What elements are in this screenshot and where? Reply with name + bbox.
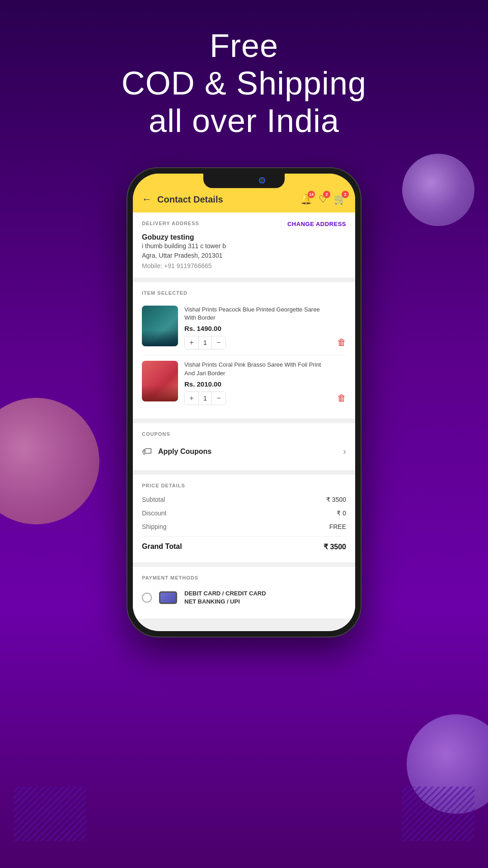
radio-button[interactable] [142,593,152,603]
subtotal-value: ₹ 3500 [326,496,346,503]
heart-badge: 2 [323,191,330,198]
address-name: Gobuzy testing [142,233,346,241]
page-title: Contact Details [157,194,295,205]
grand-total-value: ₹ 3500 [324,542,346,551]
phone-outer: ← Contact Details 🔔 14 ♡ 2 🛒 2 [127,167,361,637]
delivery-label: DELIVERY ADDRESS [142,221,199,226]
hero-line2: COD & Shipping [0,65,488,102]
item-details-1: Vishal Prints Peacock Blue Printed Georg… [184,306,331,349]
subtotal-label: Subtotal [142,496,165,503]
delete-item-1[interactable]: 🗑 [337,337,346,348]
address-line2: Agra, Uttar Pradesh, 201301 [142,251,346,260]
item-image-1 [142,306,178,346]
table-row: Vishal Prints Peacock Blue Printed Georg… [142,300,346,355]
deco-lines-left [14,787,86,841]
address-header: DELIVERY ADDRESS CHANGE ADDRESS [142,221,346,231]
address-mobile: Mobile: +91 9119766665 [142,262,346,269]
change-address-button[interactable]: CHANGE ADDRESS [287,221,346,227]
card-icon-inner [160,593,176,603]
coupons-section: COUPONS 🏷 Apply Coupons › [133,423,355,470]
discount-value: ₹ 0 [337,509,346,517]
wishlist-button[interactable]: ♡ 2 [319,193,328,205]
price-details-section: PRICE DETAILS Subtotal ₹ 3500 Discount ₹… [133,475,355,562]
header-icons: 🔔 14 ♡ 2 🛒 2 [300,193,346,205]
price-details-label: PRICE DETAILS [142,483,346,488]
qty-value-2: 1 [198,392,212,405]
back-button[interactable]: ← [142,193,152,205]
chevron-right-icon: › [343,446,346,457]
deco-lines-right [402,787,474,841]
item-actions-2: 🗑 [337,361,346,405]
card-icon [159,591,177,604]
bell-badge: 14 [308,191,315,198]
table-row: Vishal Prints Coral Pink Brasso Saree Wi… [142,355,346,410]
phone-screen: ← Contact Details 🔔 14 ♡ 2 🛒 2 [133,174,355,631]
hero-line3: all over India [0,102,488,140]
item-image-2 [142,361,178,401]
coupon-apply-label: Apply Coupons [158,448,337,456]
cart-button[interactable]: 🛒 2 [334,193,346,205]
phone-mockup: ← Contact Details 🔔 14 ♡ 2 🛒 2 [127,167,361,637]
phone-camera [259,177,265,184]
qty-decrease-2[interactable]: + [185,392,198,405]
payment-method-row[interactable]: DEBIT CARD / CREDIT CARDNET BANKING / UP… [142,585,346,610]
qty-increase-1[interactable]: − [212,336,225,349]
payment-method-label: DEBIT CARD / CREDIT CARDNET BANKING / UP… [184,590,266,606]
apply-coupons-row[interactable]: 🏷 Apply Coupons › [142,441,346,462]
item-name-1: Vishal Prints Peacock Blue Printed Georg… [184,306,331,322]
phone-notch [203,174,285,188]
price-divider [142,536,346,537]
mobile-number: +91 9119766665 [164,262,212,269]
hero-line1: Free [0,27,488,65]
qty-increase-2[interactable]: − [212,392,225,405]
screen-content: DELIVERY ADDRESS CHANGE ADDRESS Gobuzy t… [133,212,355,630]
item-name-2: Vishal Prints Coral Pink Brasso Saree Wi… [184,361,331,377]
delete-item-2[interactable]: 🗑 [337,393,346,403]
hero-text: Free COD & Shipping all over India [0,27,488,139]
price-row-shipping: Shipping FREE [142,520,346,533]
cart-badge: 2 [342,191,349,198]
payment-section: PAYMENT METHODS DEBIT CARD / CREDIT CARD… [133,567,355,618]
qty-control-2: + 1 − [184,392,226,405]
price-row-grand-total: Grand Total ₹ 3500 [142,539,346,554]
mobile-label: Mobile: [142,262,162,269]
shipping-label: Shipping [142,523,167,530]
item-price-1: Rs. 1490.00 [184,325,331,332]
price-row-subtotal: Subtotal ₹ 3500 [142,493,346,506]
coupon-icon: 🏷 [142,446,152,458]
discount-label: Discount [142,509,166,517]
notifications-button[interactable]: 🔔 14 [300,193,312,205]
qty-value-1: 1 [198,336,212,349]
payment-label: PAYMENT METHODS [142,575,346,580]
items-label: ITEM SELECTED [142,290,346,296]
price-row-discount: Discount ₹ 0 [142,506,346,520]
grand-total-label: Grand Total [142,542,182,551]
item-actions-1: 🗑 [337,306,346,349]
qty-control-1: + 1 − [184,336,226,349]
item-details-2: Vishal Prints Coral Pink Brasso Saree Wi… [184,361,331,405]
items-section: ITEM SELECTED Vishal Prints Peacock Blue… [133,282,355,419]
deco-circle-top-right [402,154,474,226]
coupons-label: COUPONS [142,431,346,437]
address-line1: i thumb building 311 c tower b [142,241,346,251]
item-price-2: Rs. 2010.00 [184,380,331,388]
shipping-value: FREE [329,523,346,530]
qty-decrease-1[interactable]: + [185,336,198,349]
delivery-address-section: DELIVERY ADDRESS CHANGE ADDRESS Gobuzy t… [133,212,355,278]
